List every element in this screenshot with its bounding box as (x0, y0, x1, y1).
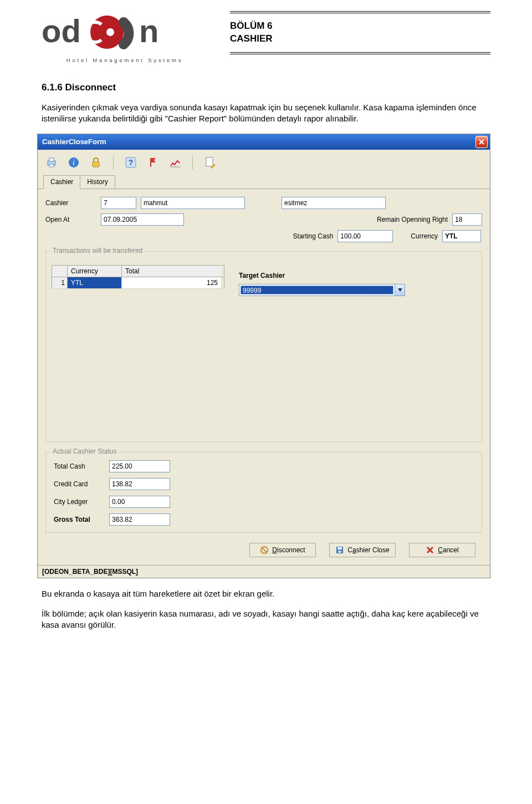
remain-field[interactable] (452, 213, 482, 226)
label-credit-card: Credit Card (54, 480, 109, 488)
label-open-at: Open At (45, 216, 96, 223)
credit-card-field[interactable] (109, 478, 170, 490)
close-icon[interactable] (475, 136, 488, 148)
rule-top (230, 11, 490, 13)
transactions-grid[interactable]: Currency Total 1 YTL 125 (52, 265, 224, 437)
svg-rect-6 (49, 164, 54, 167)
svg-text:od: od (42, 13, 81, 49)
svg-rect-5 (49, 158, 54, 161)
city-ledger-field[interactable] (109, 496, 170, 508)
para-3: İlk bölümde; açık olan kasiyerin kasa nu… (42, 608, 490, 631)
button-bar: DDisconnectisconnect Cashier CloseCashie… (38, 536, 490, 565)
lock-icon[interactable] (89, 155, 103, 170)
label-currency: Currency (411, 232, 438, 240)
legend-transactions: Transactions will be transfered (50, 247, 145, 255)
svg-text:n: n (139, 13, 158, 49)
grid-header: Currency Total (52, 265, 224, 277)
cashier-close-window: CashierCloseForm i ? Cashier (37, 134, 490, 578)
status-bar: [ODEON_BETA_BDE][MSSQL] (38, 565, 490, 578)
info-icon[interactable]: i (66, 155, 81, 170)
toolbar-divider2 (192, 155, 193, 170)
para-1: Kasiyerinden çıkmak veya vardiya sonunda… (42, 102, 490, 125)
table-row[interactable]: 1 YTL 125 (52, 277, 224, 289)
actual-status-fieldset: Actual Cashier Status Total Cash Credit … (45, 452, 482, 533)
starting-cash-field[interactable] (337, 230, 393, 242)
label-target: Target Cashier (239, 272, 476, 279)
cashier-close-button[interactable]: Cashier CloseCashier Close (329, 543, 396, 557)
label-starting-cash: Starting Cash (293, 232, 334, 240)
target-block: Target Cashier 99999 (239, 265, 476, 437)
chevron-down-icon[interactable] (395, 284, 405, 296)
svg-text:i: i (73, 159, 75, 167)
first-name-field[interactable] (141, 197, 245, 209)
svg-text:?: ? (129, 158, 134, 167)
tab-row: Cashier History (38, 174, 490, 189)
svg-rect-16 (338, 551, 341, 553)
label-gross-total: Gross Total (54, 516, 109, 523)
label-city-ledger: City Ledger (54, 498, 109, 506)
last-name-field[interactable] (282, 197, 386, 209)
doc-header: od n Hotel Management Systems BÖLÜM 6 CA… (42, 11, 490, 63)
flag-icon[interactable] (146, 155, 160, 170)
target-cashier-combo[interactable]: 99999 (239, 284, 405, 296)
svg-rect-15 (337, 547, 342, 549)
edit-icon[interactable] (203, 155, 217, 170)
tab-history[interactable]: History (80, 175, 115, 189)
cashier-panel: Cashier Open At Remain Openning Right St… (38, 189, 490, 536)
svg-point-2 (106, 28, 114, 36)
svg-rect-12 (206, 157, 213, 166)
transactions-fieldset: Transactions will be transfered Currency… (45, 251, 482, 442)
label-cashier: Cashier (45, 199, 96, 207)
disconnect-icon (260, 546, 269, 554)
window-titlebar[interactable]: CashierCloseForm (38, 134, 490, 150)
cancel-button[interactable]: CancelCancel (409, 543, 475, 557)
disconnect-button[interactable]: DDisconnectisconnect (249, 543, 316, 557)
label-total-cash: Total Cash (54, 462, 109, 470)
cell-total: 125 (122, 277, 222, 288)
legend-actual: Actual Cashier Status (50, 447, 119, 455)
toolbar: i ? (38, 150, 490, 174)
title-line2: CASHIER (230, 33, 490, 45)
chart-icon[interactable] (168, 155, 182, 170)
rule-bottom (230, 52, 490, 54)
target-value: 99999 (241, 286, 393, 294)
tab-cashier[interactable]: Cashier (43, 175, 80, 189)
toolbar-divider (113, 155, 114, 170)
logo-subtitle: Hotel Management Systems (42, 57, 208, 63)
col-currency: Currency (68, 266, 122, 277)
print-icon[interactable] (44, 155, 59, 170)
window-title: CashierCloseForm (42, 138, 106, 146)
logo-block: od n Hotel Management Systems (42, 11, 208, 63)
doc-title-block: BÖLÜM 6 CASHIER (230, 11, 490, 54)
cashier-no-field[interactable] (101, 197, 136, 209)
svg-rect-9 (93, 162, 99, 167)
logo-icon: od n (42, 11, 186, 54)
section-number: 6.1.6 Disconnect (42, 82, 490, 93)
col-total: Total (122, 266, 222, 277)
save-icon (335, 546, 344, 554)
row-num: 1 (52, 277, 68, 288)
help-icon[interactable]: ? (124, 155, 138, 170)
cell-currency: YTL (68, 277, 122, 288)
total-cash-field[interactable] (109, 460, 170, 472)
label-remain: Remain Openning Right (354, 216, 448, 223)
title-line1: BÖLÜM 6 (230, 20, 490, 33)
cancel-icon (426, 546, 434, 554)
currency-field[interactable] (442, 230, 481, 242)
open-at-field[interactable] (101, 213, 184, 226)
para-2: Bu ekranda o kasaya ait tüm hareketlere … (42, 588, 490, 599)
gross-total-field[interactable] (109, 513, 170, 526)
